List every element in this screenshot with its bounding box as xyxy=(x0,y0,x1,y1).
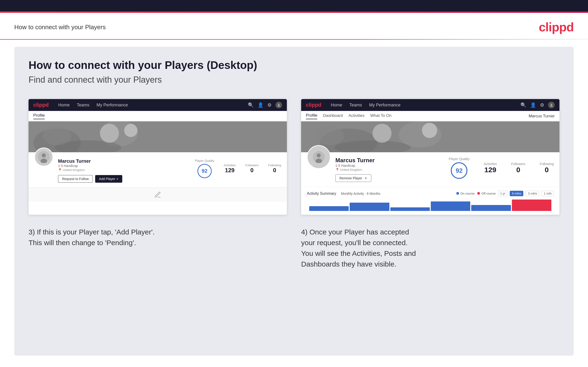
descriptions-row: 3) If this is your Player tap, 'Add Play… xyxy=(28,227,560,269)
stat-following-2: Following 0 xyxy=(540,162,554,174)
nav-home-1[interactable]: Home xyxy=(58,103,70,108)
svg-point-13 xyxy=(422,123,437,138)
app-nav-2: clippd Home Teams My Performance 🔍 👤 ⚙ xyxy=(301,99,560,111)
page-footer: Copyright Clippd 2022 xyxy=(0,363,588,367)
nav-my-performance-1[interactable]: My Performance xyxy=(96,103,128,108)
app-nav-logo-2: clippd xyxy=(306,102,321,108)
svg-point-9 xyxy=(551,104,552,105)
profile-row-2: Marcus Turner 1-5 Handicap 📍 United King… xyxy=(307,157,554,182)
quality-circle-1: 92 xyxy=(198,164,212,178)
stat-quality-2: Player Quality 92 xyxy=(449,157,469,179)
profile-avatar-2 xyxy=(307,145,331,169)
description-text-2: 4) Once your Player has accepted your re… xyxy=(301,227,560,269)
avatar-1[interactable] xyxy=(276,102,282,108)
add-player-button-1[interactable]: Add Player + xyxy=(95,175,122,183)
screenshot-1-footer xyxy=(28,187,287,202)
remove-x-icon: ✕ xyxy=(364,176,367,180)
tab-activities-2[interactable]: Activities xyxy=(348,113,364,119)
description-1: 3) If this is your Player tap, 'Add Play… xyxy=(28,227,287,269)
on-course-dot xyxy=(457,192,459,195)
settings-icon-1[interactable]: ⚙ xyxy=(267,102,272,108)
description-2: 4) Once your Player has accepted your re… xyxy=(301,227,560,269)
page-header: How to connect with your Players clippd xyxy=(0,13,588,39)
stat-activities-1: Activities 129 xyxy=(224,163,236,174)
search-icon-2[interactable]: 🔍 xyxy=(520,102,526,108)
nav-home-2[interactable]: Home xyxy=(331,103,342,108)
activity-legend: On course Off course xyxy=(457,192,496,195)
profile-body-2: Marcus Turner 1-5 Handicap 📍 United King… xyxy=(301,152,560,187)
profile-body-1: Marcus Turner 1-5 Handicap 📍 United King… xyxy=(28,152,287,187)
tab-dashboard-2[interactable]: Dashboard xyxy=(323,113,343,119)
location-icon-2: 📍 xyxy=(335,168,339,172)
request-follow-button-1[interactable]: Request to Follow xyxy=(58,175,93,183)
filter-6mths[interactable]: 6 mths xyxy=(510,191,523,196)
svg-point-0 xyxy=(278,104,279,105)
avatar-2[interactable] xyxy=(548,102,555,108)
nav-teams-2[interactable]: Teams xyxy=(349,103,362,108)
golf-banner-2 xyxy=(301,121,560,152)
quality-circle-2: 92 xyxy=(451,162,467,179)
chart-bar-4 xyxy=(431,201,470,211)
legend-off-course: Off course xyxy=(477,192,495,195)
app-nav-logo-1: clippd xyxy=(33,102,49,108)
chart-bar-3 xyxy=(390,207,430,211)
profile-location-1: 📍 United Kingdom xyxy=(58,168,190,172)
activity-summary: Activity Summary Monthly Activity · 6 Mo… xyxy=(301,187,560,215)
app-nav-icons-2: 🔍 👤 ⚙ xyxy=(520,102,555,108)
chart-bar-2 xyxy=(350,203,389,211)
app-tabs-2: Profile Dashboard Activities What To On … xyxy=(301,111,560,121)
location-icon-1: 📍 xyxy=(58,168,62,172)
svg-point-7 xyxy=(42,153,46,158)
person-icon-1[interactable]: 👤 xyxy=(258,102,264,108)
settings-icon-2[interactable]: ⚙ xyxy=(540,102,544,108)
filter-3mths[interactable]: 3 mths xyxy=(526,191,539,196)
main-content: How to connect with your Players (Deskto… xyxy=(14,47,574,356)
svg-point-5 xyxy=(55,140,121,152)
filter-1yr[interactable]: 1 yr xyxy=(498,191,508,196)
profile-handicap-2: 1-5 Handicap xyxy=(335,164,439,167)
stat-followers-2: Followers 0 xyxy=(511,162,526,174)
profile-buttons-1: Request to Follow Add Player + xyxy=(58,175,190,183)
stat-quality-1: Player Quality 92 xyxy=(195,159,214,178)
profile-stats-1: Player Quality 92 Activities 129 xyxy=(195,157,281,178)
profile-handicap-1: 1-5 Handicap xyxy=(58,164,190,168)
filter-1mth[interactable]: 1 mth xyxy=(542,191,554,196)
profile-location-2: 📍 United Kingdom xyxy=(335,168,439,172)
profile-name-2: Marcus Turner xyxy=(335,157,439,164)
golf-banner-1 xyxy=(28,121,287,152)
off-course-dot xyxy=(477,192,480,195)
nav-teams-1[interactable]: Teams xyxy=(77,103,89,108)
nav-my-performance-2[interactable]: My Performance xyxy=(369,103,401,108)
profile-name-1: Marcus Turner xyxy=(58,158,190,164)
profile-row-1: Marcus Turner 1-5 Handicap 📍 United King… xyxy=(34,157,281,183)
tab-profile-2[interactable]: Profile xyxy=(306,113,317,119)
stat-followers-1: Followers 0 xyxy=(245,163,259,174)
search-icon-1[interactable]: 🔍 xyxy=(248,102,254,108)
activity-period: Monthly Activity · 6 Months xyxy=(341,192,380,195)
screenshots-row: clippd Home Teams My Performance 🔍 👤 ⚙ P… xyxy=(28,99,560,215)
svg-point-16 xyxy=(317,153,321,158)
svg-point-4 xyxy=(124,124,138,137)
profile-stats-2: Player Quality 92 Activities 129 xyxy=(449,157,554,179)
activity-header: Activity Summary Monthly Activity · 6 Mo… xyxy=(307,191,554,196)
main-title: How to connect with your Players (Deskto… xyxy=(28,59,560,72)
user-dropdown-2[interactable]: Marcus Turner xyxy=(528,114,555,118)
stat-following-1: Following 0 xyxy=(268,163,281,174)
screenshot-2: clippd Home Teams My Performance 🔍 👤 ⚙ P… xyxy=(301,99,560,215)
tab-profile-1[interactable]: Profile xyxy=(33,113,45,119)
app-nav-1: clippd Home Teams My Performance 🔍 👤 ⚙ xyxy=(28,99,287,111)
activity-title: Activity Summary xyxy=(307,192,336,196)
chart-bar-5 xyxy=(471,205,511,211)
screenshot-1: clippd Home Teams My Performance 🔍 👤 ⚙ P… xyxy=(28,99,287,215)
person-icon-2[interactable]: 👤 xyxy=(530,102,536,108)
main-subtitle: Find and connect with your Players xyxy=(28,75,560,85)
app-nav-icons-1: 🔍 👤 ⚙ xyxy=(248,102,282,108)
legend-on-course: On course xyxy=(457,192,475,195)
remove-player-button-2[interactable]: Remove Player ✕ xyxy=(335,174,371,182)
activity-filters: On course Off course 1 yr 6 mths 3 mths … xyxy=(457,191,554,196)
header-divider xyxy=(0,39,588,40)
app-tabs-1: Profile xyxy=(28,111,287,121)
clippd-logo: clippd xyxy=(539,20,574,34)
tab-what-to-on-2[interactable]: What To On xyxy=(370,113,391,119)
activity-chart xyxy=(307,199,554,211)
